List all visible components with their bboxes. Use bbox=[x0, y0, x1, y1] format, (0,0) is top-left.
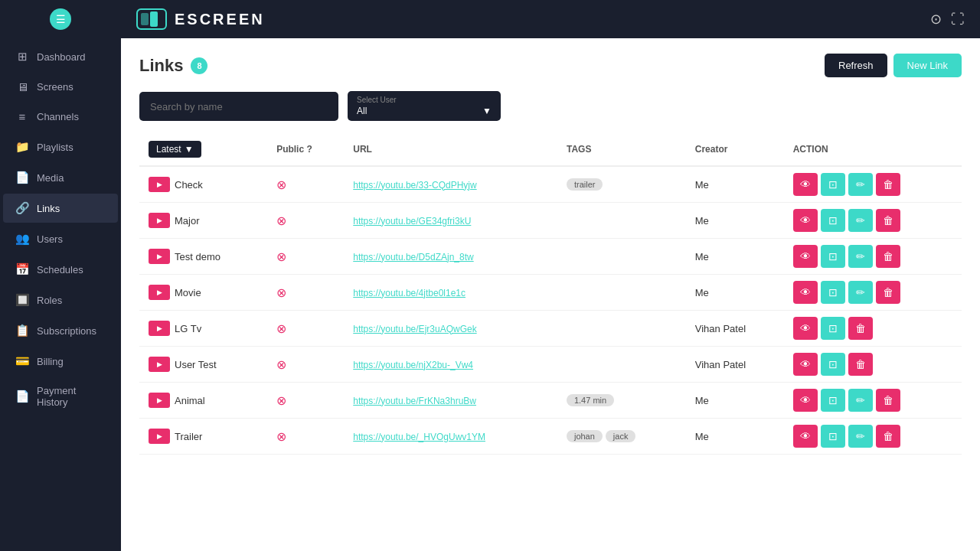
sidebar-item-users[interactable]: 👥 Users bbox=[3, 224, 118, 253]
col-creator: Creator bbox=[686, 133, 784, 166]
cell-creator: Vihan Patel bbox=[686, 311, 784, 347]
sidebar-item-roles[interactable]: 🔲 Roles bbox=[3, 285, 118, 315]
view-button[interactable]: 👁 bbox=[793, 209, 818, 232]
page-title-area: Links 8 bbox=[139, 56, 207, 76]
view-button[interactable]: 👁 bbox=[793, 173, 818, 196]
cell-action: 👁 ⊡✏🗑 bbox=[784, 419, 962, 455]
nav-icon-10: 💳 bbox=[15, 354, 29, 368]
url-link[interactable]: https://youtu.be/FrKNa3hruBw bbox=[353, 396, 476, 406]
chevron-down-icon: ▼ bbox=[482, 106, 492, 116]
cast-button[interactable]: ⊡ bbox=[821, 245, 845, 268]
video-thumb-icon: ▶ bbox=[149, 321, 170, 336]
search-input[interactable] bbox=[150, 101, 328, 112]
cast-button[interactable]: ⊡ bbox=[821, 209, 845, 232]
delete-button[interactable]: 🗑 bbox=[848, 353, 873, 376]
view-button[interactable]: 👁 bbox=[793, 317, 818, 340]
url-link[interactable]: https://youtu.be/4jtbe0l1e1c bbox=[353, 288, 466, 298]
cast-button[interactable]: ⊡ bbox=[821, 353, 845, 376]
links-table: Latest ▼ Public ? URL TAGS Creator ACTIO… bbox=[139, 133, 962, 455]
cell-public: ⊗ bbox=[267, 275, 344, 311]
nav-icon-3: 📁 bbox=[15, 140, 29, 154]
delete-button[interactable]: 🗑 bbox=[876, 389, 900, 412]
delete-button[interactable]: 🗑 bbox=[876, 281, 900, 304]
cell-action: 👁 ⊡✏🗑 bbox=[784, 203, 962, 239]
sidebar-item-billing[interactable]: 💳 Billing bbox=[3, 347, 118, 376]
fullscreen-icon[interactable]: ⛶ bbox=[951, 11, 965, 28]
sidebar-item-playlists[interactable]: 📁 Playlists bbox=[3, 132, 118, 161]
sidebar-item-screens[interactable]: 🖥 Screens bbox=[3, 73, 118, 101]
no-public-icon: ⊗ bbox=[276, 430, 286, 443]
edit-button[interactable]: ✏ bbox=[848, 245, 873, 268]
action-buttons: 👁 ⊡🗑 bbox=[793, 353, 952, 376]
cell-url: https://youtu.be/njX2bu-_Vw4 bbox=[344, 347, 557, 383]
cast-button[interactable]: ⊡ bbox=[821, 389, 845, 412]
sidebar-item-label: Dashboard bbox=[37, 51, 86, 63]
video-thumb-icon: ▶ bbox=[149, 177, 170, 192]
cast-button[interactable]: ⊡ bbox=[821, 317, 845, 340]
cell-action: 👁 ⊡✏🗑 bbox=[784, 239, 962, 275]
select-current-value: All bbox=[357, 106, 367, 116]
cell-creator: Vihan Patel bbox=[686, 347, 784, 383]
sidebar-item-payment-history[interactable]: 📄 Payment History bbox=[3, 377, 118, 416]
delete-button[interactable]: 🗑 bbox=[876, 209, 900, 232]
view-button[interactable]: 👁 bbox=[793, 281, 818, 304]
edit-button[interactable]: ✏ bbox=[848, 389, 873, 412]
link-name: User Test bbox=[175, 359, 217, 370]
view-button[interactable]: 👁 bbox=[793, 425, 818, 448]
cell-tags: trailer bbox=[557, 166, 686, 203]
url-link[interactable]: https://youtu.be/_HVOgUwv1YM bbox=[353, 432, 485, 442]
sidebar-item-dashboard[interactable]: ⊞ Dashboard bbox=[3, 42, 118, 71]
no-public-icon: ⊗ bbox=[276, 322, 286, 335]
sidebar-item-label: Roles bbox=[37, 295, 62, 306]
sidebar-item-label: Channels bbox=[37, 111, 79, 122]
search-wrap bbox=[139, 92, 338, 121]
cast-button[interactable]: ⊡ bbox=[821, 425, 845, 448]
select-user-wrap[interactable]: Select User All ▼ bbox=[348, 91, 501, 121]
sidebar-item-channels[interactable]: ≡ Channels bbox=[3, 103, 118, 131]
url-link[interactable]: https://youtu.be/GE34gfri3kU bbox=[353, 216, 471, 227]
url-link[interactable]: https://youtu.be/33-CQdPHyjw bbox=[353, 180, 476, 191]
select-value-row: All ▼ bbox=[357, 106, 492, 116]
sidebar-item-schedules[interactable]: 📅 Schedules bbox=[3, 255, 118, 284]
table-row: ▶ Major ⊗https://youtu.be/GE34gfri3kUMe … bbox=[139, 203, 962, 239]
menu-icon[interactable]: ☰ bbox=[50, 8, 71, 30]
edit-button[interactable]: ✏ bbox=[848, 173, 873, 196]
cell-action: 👁 ⊡🗑 bbox=[784, 347, 962, 383]
table-row: ▶ Animal ⊗https://youtu.be/FrKNa3hruBw1.… bbox=[139, 383, 962, 419]
cell-name: ▶ Trailer bbox=[139, 419, 267, 455]
refresh-button[interactable]: Refresh bbox=[825, 54, 887, 77]
delete-button[interactable]: 🗑 bbox=[876, 425, 900, 448]
delete-button[interactable]: 🗑 bbox=[876, 173, 900, 196]
sidebar-item-subscriptions[interactable]: 📋 Subscriptions bbox=[3, 316, 118, 345]
cast-button[interactable]: ⊡ bbox=[821, 173, 845, 196]
table-row: ▶ Trailer ⊗https://youtu.be/_HVOgUwv1YMj… bbox=[139, 419, 962, 455]
edit-button[interactable]: ✏ bbox=[848, 281, 873, 304]
delete-button[interactable]: 🗑 bbox=[848, 317, 873, 340]
no-public-icon: ⊗ bbox=[276, 250, 286, 263]
account-icon[interactable]: ⊙ bbox=[930, 11, 942, 28]
view-button[interactable]: 👁 bbox=[793, 353, 818, 376]
edit-button[interactable]: ✏ bbox=[848, 209, 873, 232]
tag-badge: 1.47 min bbox=[567, 394, 614, 406]
col-tags: TAGS bbox=[557, 133, 686, 166]
cast-button[interactable]: ⊡ bbox=[821, 281, 845, 304]
url-link[interactable]: https://youtu.be/njX2bu-_Vw4 bbox=[353, 360, 473, 370]
url-link[interactable]: https://youtu.be/D5dZAjn_8tw bbox=[353, 252, 473, 262]
cell-name: ▶ Movie bbox=[139, 275, 267, 311]
sidebar-item-media[interactable]: 📄 Media bbox=[3, 163, 118, 192]
cell-creator: Me bbox=[686, 383, 784, 419]
url-link[interactable]: https://youtu.be/Ejr3uAQwGek bbox=[353, 324, 476, 334]
no-public-icon: ⊗ bbox=[276, 286, 286, 299]
sort-latest-button[interactable]: Latest ▼ bbox=[149, 141, 201, 158]
cell-name: ▶ LG Tv bbox=[139, 311, 267, 347]
cell-public: ⊗ bbox=[267, 166, 344, 203]
delete-button[interactable]: 🗑 bbox=[876, 245, 900, 268]
col-name: Latest ▼ bbox=[139, 133, 267, 166]
edit-button[interactable]: ✏ bbox=[848, 425, 873, 448]
new-link-button[interactable]: New Link bbox=[893, 54, 962, 77]
view-button[interactable]: 👁 bbox=[793, 389, 818, 412]
sidebar-item-links[interactable]: 🔗 Links bbox=[3, 194, 118, 223]
view-button[interactable]: 👁 bbox=[793, 245, 818, 268]
nav-icon-1: 🖥 bbox=[15, 80, 29, 93]
filters: Select User All ▼ bbox=[139, 91, 962, 121]
